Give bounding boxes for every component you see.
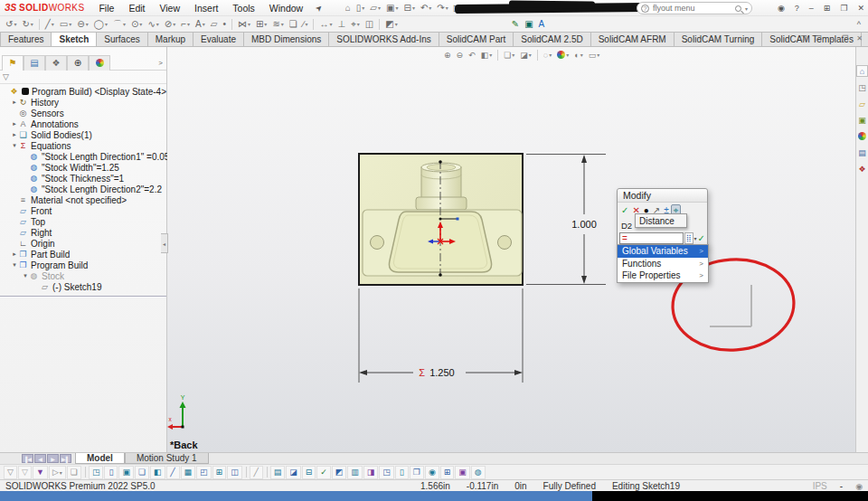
panel-expand-icon[interactable]: > (158, 59, 166, 67)
search-box[interactable]: ? ▾ (637, 2, 752, 14)
menu-insert[interactable]: Insert (187, 1, 225, 15)
filter-active-icon[interactable]: ▼ (33, 466, 48, 479)
pin-menu-icon[interactable]: ➤ (310, 0, 329, 17)
first-tab-icon[interactable]: ▐◀ (22, 454, 33, 463)
modify-dialog-title[interactable]: Modify (618, 189, 707, 203)
tree-item-equations[interactable]: ▾ΣEquations (0, 140, 166, 151)
cam-tool-icon[interactable]: ⊞ (212, 466, 227, 479)
appearances-tab[interactable] (89, 55, 110, 71)
restore-doc-icon[interactable]: ❐ (842, 34, 848, 43)
tree-item-sensors[interactable]: ◎Sensors (0, 108, 166, 118)
ok-icon[interactable]: ✓ (619, 204, 630, 218)
plane-icon[interactable]: ▱ (208, 17, 221, 32)
cascade-icon[interactable]: ⊞ (824, 4, 831, 13)
cam-tool-icon[interactable]: ⊟ (302, 466, 316, 479)
value-dropdown-icon[interactable]: ▾ (694, 235, 697, 241)
tab-features[interactable]: Features (0, 32, 52, 46)
cam-tool-icon[interactable]: ▦ (181, 466, 196, 479)
mirror-icon[interactable]: ⋈▾ (235, 17, 253, 32)
cam-tool-icon[interactable]: ◫ (227, 466, 242, 479)
dimxpert-tab[interactable]: ⊕ (67, 55, 89, 71)
eye-icon[interactable]: ◉ (855, 482, 863, 491)
tree-item-origin[interactable]: ∟Origin (0, 238, 166, 249)
sketch-point[interactable] (439, 218, 442, 221)
tree-splitter[interactable] (0, 296, 166, 297)
propertymanager-tab[interactable]: ▤ (24, 55, 45, 71)
text-icon[interactable]: A▾ (193, 17, 208, 32)
restore-icon[interactable]: ❐ (840, 4, 847, 13)
relations-icon[interactable]: ⊥ (335, 17, 348, 32)
note-icon[interactable]: A (536, 17, 548, 32)
width-dimension[interactable]: Σ1.250 (359, 288, 523, 383)
convert-entities-icon[interactable]: ❏ (287, 17, 300, 32)
filter-vertices-icon[interactable]: ▽ (18, 466, 32, 479)
close-icon[interactable]: ✕ (857, 4, 864, 13)
tree-item-program-build[interactable]: ▾❐Program Build (0, 260, 166, 270)
rectangle-icon[interactable]: ▭▾ (57, 17, 74, 32)
search-icon[interactable] (735, 5, 741, 12)
cam-tool-icon[interactable]: ❐ (410, 466, 424, 479)
cam-tool-icon[interactable]: ✓ (316, 466, 331, 479)
trim-icon[interactable]: ∕▾ (300, 17, 311, 32)
arc-icon[interactable]: ⌒▾ (110, 17, 128, 32)
cam-tool-icon[interactable]: ◩ (332, 466, 347, 479)
cam-tool-icon[interactable]: ◨ (363, 466, 379, 479)
tree-item--stock-length-direction2-2-2[interactable]: ◍"Stock Length Direction2"=2.2 (0, 184, 166, 194)
perimeter-circle-icon[interactable]: ⊙▾ (128, 17, 145, 32)
collapse-ribbon-icon[interactable]: ^ (857, 20, 868, 29)
save-icon[interactable]: ▣▾ (383, 1, 401, 15)
tree-item-history[interactable]: ▸↻History (0, 97, 166, 108)
configurations-tab[interactable]: ❖ (45, 55, 67, 71)
tree-item--stock-length-direction1-0-05[interactable]: ◍"Stock Length Direction1" =0.05 (0, 151, 166, 162)
offset-icon[interactable]: ≋▾ (269, 17, 286, 32)
sketch-point[interactable] (439, 273, 442, 277)
filter-flyout-icon[interactable]: ▽ (4, 466, 17, 479)
open-file-icon[interactable]: ▱▾ (367, 1, 383, 15)
tree-item-top[interactable]: ▱Top (0, 216, 166, 227)
dimension-value-field[interactable] (619, 232, 684, 244)
file-explorer-icon[interactable]: ▱ (856, 98, 868, 109)
tree-item-stock[interactable]: ▾◍Stock (0, 270, 166, 281)
tab-mbd-dimensions[interactable]: MBD Dimensions (243, 32, 329, 46)
redo-icon[interactable]: ↻▾ (19, 17, 35, 32)
tab-solidworks-add-ins[interactable]: SOLIDWORKS Add-Ins (328, 32, 439, 46)
home-icon[interactable]: ⌂ (343, 1, 354, 15)
menu-file[interactable]: File (91, 1, 121, 15)
menu-tools[interactable]: Tools (225, 1, 262, 15)
dimension-value-input[interactable] (620, 233, 683, 243)
search-dropdown-icon[interactable]: ▾ (745, 5, 748, 12)
graphics-viewport[interactable]: ⊕⊖↶◧▾❏▾◪▾◌▾▾◐▾▭▾ (167, 47, 855, 452)
solidcam-icon[interactable]: ❖ (856, 163, 868, 175)
divider-slash-icon[interactable]: ╱ (250, 466, 263, 479)
tree-item--stock-thickness-1[interactable]: ◍"Stock Thickness"=1 (0, 173, 166, 184)
panel-collapse-handle[interactable]: ◂ (161, 233, 168, 253)
search-input[interactable] (653, 4, 731, 13)
cam-tool-icon[interactable]: ◳ (379, 466, 394, 479)
tree-item-program-build-display-state-4-[interactable]: ❖Program Build) <Display State-4> (0, 86, 166, 97)
tab-evaluate[interactable]: Evaluate (193, 32, 244, 46)
tree-item-material-not-specified-[interactable]: ≡Material <not specified> (0, 194, 166, 205)
circle-icon[interactable]: ◯▾ (91, 17, 110, 32)
tab-surfaces[interactable]: Surfaces (96, 32, 147, 46)
featuremanager-tab[interactable]: ⚑ (2, 55, 24, 71)
cam-tool-icon[interactable]: ◍ (471, 466, 486, 479)
tree-item-front[interactable]: ▱Front (0, 205, 166, 216)
prev-tab-icon[interactable]: ◀ (34, 454, 46, 463)
home-tab-icon[interactable]: ⌂ (856, 65, 868, 77)
slot-icon[interactable]: ⊖▾ (74, 17, 90, 32)
cam-tool-icon[interactable]: ◪ (286, 466, 301, 479)
tree-expand-icon[interactable]: ▸ (11, 99, 18, 106)
sketch-point[interactable] (439, 160, 442, 164)
tree-item--stock-width-1-25[interactable]: ◍"Stock Width"=1.25 (0, 162, 166, 173)
custom-properties-icon[interactable]: ▤ (856, 147, 868, 158)
copy-settings-icon[interactable]: ❏ (67, 466, 81, 479)
undo-icon[interactable]: ↶▾ (418, 1, 434, 15)
tree-expand-icon[interactable]: ▸ (11, 250, 18, 258)
shaded-contours-icon[interactable]: ◩▾ (382, 17, 400, 32)
smart-dimension-icon[interactable]: ↔▾ (316, 17, 335, 32)
units-label[interactable]: IPS (813, 481, 827, 491)
cam-tool-icon[interactable]: ▯ (104, 466, 118, 479)
menu-item-file-properties[interactable]: File Properties> (618, 269, 708, 282)
line-icon[interactable]: ╱▾ (42, 17, 57, 32)
increment-spinner-icon[interactable]: ⣿ (684, 232, 693, 244)
